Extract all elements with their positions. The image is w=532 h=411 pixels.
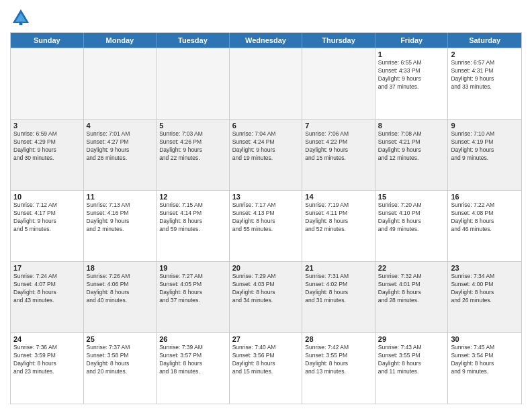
calendar-cell (302, 48, 375, 119)
cell-detail: Sunrise: 7:29 AMSunset: 4:03 PMDaylight:… (232, 273, 300, 305)
calendar-cell: 30Sunrise: 7:45 AMSunset: 3:54 PMDayligh… (448, 333, 521, 404)
cell-detail: Sunrise: 7:40 AMSunset: 3:56 PMDaylight:… (232, 344, 300, 376)
calendar-row-0: 1Sunrise: 6:55 AMSunset: 4:33 PMDaylight… (11, 48, 521, 119)
day-number: 13 (232, 193, 300, 201)
calendar-cell: 10Sunrise: 7:12 AMSunset: 4:17 PMDayligh… (11, 191, 84, 261)
day-number: 18 (87, 264, 154, 272)
calendar-cell: 9Sunrise: 7:10 AMSunset: 4:19 PMDaylight… (448, 120, 521, 190)
calendar-cell: 14Sunrise: 7:19 AMSunset: 4:11 PMDayligh… (302, 191, 375, 261)
day-number: 17 (13, 264, 81, 272)
cell-detail: Sunrise: 7:13 AMSunset: 4:16 PMDaylight:… (87, 201, 154, 234)
cell-detail: Sunrise: 7:20 AMSunset: 4:10 PMDaylight:… (378, 201, 445, 234)
day-number: 1 (378, 50, 445, 58)
calendar-cell: 28Sunrise: 7:42 AMSunset: 3:55 PMDayligh… (302, 333, 375, 404)
calendar-row-3: 17Sunrise: 7:24 AMSunset: 4:07 PMDayligh… (11, 261, 521, 332)
calendar-cell: 7Sunrise: 7:06 AMSunset: 4:22 PMDaylight… (302, 120, 375, 190)
calendar-cell: 2Sunrise: 6:57 AMSunset: 4:31 PMDaylight… (448, 48, 521, 119)
calendar-cell (11, 48, 84, 119)
cell-detail: Sunrise: 7:08 AMSunset: 4:21 PMDaylight:… (378, 130, 445, 163)
day-number: 19 (159, 264, 226, 272)
cell-detail: Sunrise: 7:22 AMSunset: 4:08 PMDaylight:… (451, 201, 519, 234)
calendar-cell: 4Sunrise: 7:01 AMSunset: 4:27 PMDaylight… (84, 120, 157, 190)
calendar-cell: 17Sunrise: 7:24 AMSunset: 4:07 PMDayligh… (11, 262, 84, 332)
weekday-header-friday: Friday (375, 33, 449, 48)
day-number: 12 (159, 193, 226, 201)
cell-detail: Sunrise: 7:26 AMSunset: 4:06 PMDaylight:… (87, 273, 154, 305)
day-number: 4 (87, 122, 154, 130)
day-number: 22 (378, 264, 445, 272)
weekday-header-sunday: Sunday (11, 33, 84, 48)
cell-detail: Sunrise: 7:03 AMSunset: 4:26 PMDaylight:… (159, 130, 226, 163)
calendar-cell: 1Sunrise: 6:55 AMSunset: 4:33 PMDaylight… (375, 48, 449, 119)
weekday-header-saturday: Saturday (448, 33, 521, 48)
cell-detail: Sunrise: 7:01 AMSunset: 4:27 PMDaylight:… (87, 130, 154, 163)
weekday-header-tuesday: Tuesday (157, 33, 230, 48)
cell-detail: Sunrise: 7:32 AMSunset: 4:01 PMDaylight:… (378, 273, 445, 305)
cell-detail: Sunrise: 7:12 AMSunset: 4:17 PMDaylight:… (13, 201, 81, 234)
calendar-cell: 11Sunrise: 7:13 AMSunset: 4:16 PMDayligh… (84, 191, 157, 261)
calendar-cell: 12Sunrise: 7:15 AMSunset: 4:14 PMDayligh… (157, 191, 230, 261)
day-number: 29 (378, 335, 445, 343)
page: SundayMondayTuesdayWednesdayThursdayFrid… (0, 0, 532, 411)
cell-detail: Sunrise: 7:24 AMSunset: 4:07 PMDaylight:… (13, 273, 81, 305)
day-number: 5 (159, 122, 226, 130)
cell-detail: Sunrise: 6:55 AMSunset: 4:33 PMDaylight:… (378, 59, 445, 91)
calendar-row-4: 24Sunrise: 7:36 AMSunset: 3:59 PMDayligh… (11, 332, 521, 404)
day-number: 15 (378, 193, 445, 201)
calendar-cell: 26Sunrise: 7:39 AMSunset: 3:57 PMDayligh… (157, 333, 230, 404)
cell-detail: Sunrise: 7:06 AMSunset: 4:22 PMDaylight:… (305, 130, 372, 163)
cell-detail: Sunrise: 7:34 AMSunset: 4:00 PMDaylight:… (451, 273, 519, 305)
day-number: 30 (451, 335, 519, 343)
cell-detail: Sunrise: 7:04 AMSunset: 4:24 PMDaylight:… (232, 130, 300, 163)
calendar-cell: 13Sunrise: 7:17 AMSunset: 4:13 PMDayligh… (230, 191, 303, 261)
calendar-cell (157, 48, 230, 119)
cell-detail: Sunrise: 7:27 AMSunset: 4:05 PMDaylight:… (159, 273, 226, 305)
day-number: 26 (159, 335, 226, 343)
day-number: 3 (13, 122, 81, 130)
calendar-cell (84, 48, 157, 119)
cell-detail: Sunrise: 7:43 AMSunset: 3:55 PMDaylight:… (378, 344, 445, 376)
calendar-row-2: 10Sunrise: 7:12 AMSunset: 4:17 PMDayligh… (11, 190, 521, 261)
day-number: 14 (305, 193, 372, 201)
calendar-header-row: SundayMondayTuesdayWednesdayThursdayFrid… (11, 33, 521, 48)
cell-detail: Sunrise: 7:45 AMSunset: 3:54 PMDaylight:… (451, 344, 519, 376)
day-number: 16 (451, 193, 519, 201)
cell-detail: Sunrise: 7:15 AMSunset: 4:14 PMDaylight:… (159, 201, 226, 234)
calendar-row-1: 3Sunrise: 6:59 AMSunset: 4:29 PMDaylight… (11, 119, 521, 190)
day-number: 8 (378, 122, 445, 130)
calendar-cell: 3Sunrise: 6:59 AMSunset: 4:29 PMDaylight… (11, 120, 84, 190)
cell-detail: Sunrise: 7:31 AMSunset: 4:02 PMDaylight:… (305, 273, 372, 305)
calendar-cell (230, 48, 303, 119)
day-number: 9 (451, 122, 519, 130)
logo (10, 7, 34, 28)
weekday-header-wednesday: Wednesday (230, 33, 303, 48)
day-number: 27 (232, 335, 300, 343)
weekday-header-thursday: Thursday (302, 33, 375, 48)
cell-detail: Sunrise: 6:57 AMSunset: 4:31 PMDaylight:… (451, 59, 519, 91)
day-number: 28 (305, 335, 372, 343)
cell-detail: Sunrise: 7:19 AMSunset: 4:11 PMDaylight:… (305, 201, 372, 234)
day-number: 11 (87, 193, 154, 201)
cell-detail: Sunrise: 7:10 AMSunset: 4:19 PMDaylight:… (451, 130, 519, 163)
calendar-cell: 6Sunrise: 7:04 AMSunset: 4:24 PMDaylight… (230, 120, 303, 190)
calendar-cell: 22Sunrise: 7:32 AMSunset: 4:01 PMDayligh… (375, 262, 449, 332)
calendar-cell: 16Sunrise: 7:22 AMSunset: 4:08 PMDayligh… (448, 191, 521, 261)
calendar-cell: 15Sunrise: 7:20 AMSunset: 4:10 PMDayligh… (375, 191, 449, 261)
cell-detail: Sunrise: 7:39 AMSunset: 3:57 PMDaylight:… (159, 344, 226, 376)
cell-detail: Sunrise: 7:37 AMSunset: 3:58 PMDaylight:… (87, 344, 154, 376)
day-number: 21 (305, 264, 372, 272)
day-number: 24 (13, 335, 81, 343)
day-number: 20 (232, 264, 300, 272)
calendar-cell: 8Sunrise: 7:08 AMSunset: 4:21 PMDaylight… (375, 120, 449, 190)
calendar-cell: 29Sunrise: 7:43 AMSunset: 3:55 PMDayligh… (375, 333, 449, 404)
calendar-cell: 24Sunrise: 7:36 AMSunset: 3:59 PMDayligh… (11, 333, 84, 404)
day-number: 23 (451, 264, 519, 272)
logo-icon (10, 7, 32, 28)
calendar: SundayMondayTuesdayWednesdayThursdayFrid… (10, 32, 522, 404)
calendar-cell: 20Sunrise: 7:29 AMSunset: 4:03 PMDayligh… (230, 262, 303, 332)
calendar-cell: 27Sunrise: 7:40 AMSunset: 3:56 PMDayligh… (230, 333, 303, 404)
cell-detail: Sunrise: 7:42 AMSunset: 3:55 PMDaylight:… (305, 344, 372, 376)
svg-rect-2 (19, 21, 23, 25)
calendar-body: 1Sunrise: 6:55 AMSunset: 4:33 PMDaylight… (11, 48, 521, 404)
calendar-cell: 21Sunrise: 7:31 AMSunset: 4:02 PMDayligh… (302, 262, 375, 332)
